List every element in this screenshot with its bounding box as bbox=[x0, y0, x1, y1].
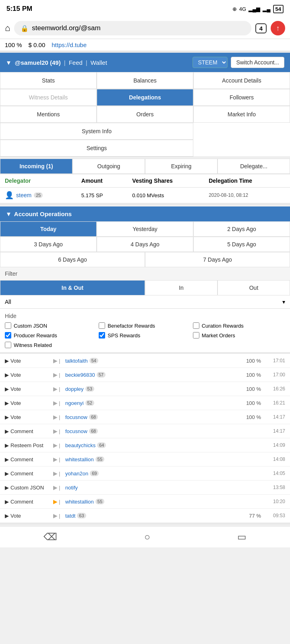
status-bar: 5:15 PM ⊕ 4G ▂▄▆ ▂▄ 54 bbox=[0, 0, 290, 18]
op-row[interactable]: ▶ Vote ▶ | tatdt63 77 % 09:53 bbox=[0, 509, 290, 523]
rep-badge: 69 bbox=[90, 471, 99, 476]
nav-orders[interactable]: Orders bbox=[97, 106, 193, 123]
checkbox-witness-input[interactable] bbox=[5, 342, 11, 348]
tab-outgoing[interactable]: Outgoing bbox=[72, 159, 145, 174]
checkbox-benefactor[interactable]: Benefactor Rewards bbox=[99, 322, 191, 329]
dtube-link[interactable]: https://d.tube bbox=[52, 41, 87, 48]
upload-button[interactable]: ↑ bbox=[271, 21, 285, 35]
expand-arrow[interactable]: ▶ bbox=[5, 428, 9, 434]
feed-link[interactable]: Feed bbox=[69, 59, 83, 66]
home-icon[interactable]: ⌂ bbox=[5, 23, 10, 33]
filter-dropdown-row[interactable]: All ▾ bbox=[0, 295, 290, 309]
nav-balances[interactable]: Balances bbox=[97, 72, 193, 89]
back-button[interactable]: ⌫ bbox=[44, 531, 57, 543]
tab-incoming[interactable]: Incoming (1) bbox=[0, 159, 72, 174]
delegator-user[interactable]: 👤 steem 25 bbox=[5, 191, 81, 200]
nav-followers[interactable]: Followers bbox=[193, 89, 290, 106]
switch-account-button[interactable]: Switch Account... bbox=[231, 57, 284, 68]
delegator-name[interactable]: steem bbox=[16, 192, 31, 198]
expand-arrow[interactable]: ▶ bbox=[5, 442, 9, 448]
op-row[interactable]: ▶ Vote ▶ | ngoenyi52 100 % 16:21 bbox=[0, 396, 290, 410]
checkbox-custom-json[interactable]: Custom JSON bbox=[5, 322, 97, 329]
checkbox-custom-json-input[interactable] bbox=[5, 322, 11, 329]
op-user[interactable]: ngoenyi52 bbox=[65, 400, 229, 406]
expand-arrow[interactable]: ▶ bbox=[5, 513, 9, 519]
tab-7days[interactable]: 7 Days Ago bbox=[145, 252, 290, 267]
nav-account-details[interactable]: Account Details bbox=[193, 72, 290, 89]
op-row[interactable]: ▶ Vote ▶ | talktofaith54 100 % 17:01 bbox=[0, 354, 290, 368]
nav-mentions[interactable]: Mentions bbox=[0, 106, 97, 123]
account-name[interactable]: @samuel20 (49) bbox=[15, 59, 61, 66]
op-user[interactable]: yohan2on69 bbox=[65, 471, 229, 477]
tab-2days[interactable]: 2 Days Ago bbox=[193, 221, 290, 237]
op-user[interactable]: whitestallion55 bbox=[65, 499, 229, 505]
op-user[interactable]: focusnow68 bbox=[65, 428, 229, 434]
expand-arrow[interactable]: ▶ bbox=[5, 485, 9, 491]
pipe-separator: ▶ | bbox=[53, 498, 65, 505]
op-row[interactable]: ▶ Comment ▶ | whitestallion55 14:08 bbox=[0, 452, 290, 466]
op-row[interactable]: ▶ Comment ▶ | whitestallion55 10:20 bbox=[0, 495, 290, 509]
expand-arrow[interactable]: ▶ bbox=[5, 456, 9, 462]
tab-count[interactable]: 4 bbox=[255, 23, 267, 33]
op-type: ▶ Comment bbox=[5, 428, 53, 434]
nav-stats[interactable]: Stats bbox=[0, 72, 97, 89]
expand-arrow[interactable]: ▶ bbox=[5, 358, 9, 364]
op-row[interactable]: ▶ Custom JSON ▶ | notify 13:58 bbox=[0, 481, 290, 495]
expand-arrow[interactable]: ▶ bbox=[5, 386, 9, 392]
op-row[interactable]: ▶ Resteem Post ▶ | beautychicks64 14:09 bbox=[0, 438, 290, 452]
op-user[interactable]: beautychicks64 bbox=[65, 442, 229, 448]
checkbox-witness-label: Witness Related bbox=[14, 342, 52, 348]
battery-indicator: 54 bbox=[273, 5, 284, 13]
checkbox-sps[interactable]: SPS Rewards bbox=[99, 332, 191, 339]
tab-6days[interactable]: 6 Days Ago bbox=[0, 252, 145, 267]
op-user[interactable]: tatdt63 bbox=[65, 513, 229, 519]
op-user[interactable]: whitestallion55 bbox=[65, 456, 229, 462]
nav-market-info[interactable]: Market Info bbox=[193, 106, 290, 123]
op-user[interactable]: beckie9683057 bbox=[65, 372, 229, 378]
op-row[interactable]: ▶ Vote ▶ | doppley53 100 % 16:26 bbox=[0, 382, 290, 396]
checkbox-sps-input[interactable] bbox=[99, 332, 105, 339]
op-row[interactable]: ▶ Comment ▶ | yohan2on69 14:05 bbox=[0, 466, 290, 481]
checkbox-curation-input[interactable] bbox=[193, 322, 199, 329]
tab-4days[interactable]: 4 Days Ago bbox=[97, 237, 193, 252]
tab-3days[interactable]: 3 Days Ago bbox=[0, 237, 97, 252]
steem-select[interactable]: STEEM bbox=[193, 57, 228, 68]
checkbox-market[interactable]: Market Orders bbox=[193, 332, 285, 339]
recent-button[interactable]: ▭ bbox=[237, 531, 246, 543]
op-row[interactable]: ▶ Comment ▶ | focusnow68 14:17 bbox=[0, 424, 290, 438]
filter-inout[interactable]: In & Out bbox=[0, 280, 145, 295]
expand-arrow[interactable]: ▶ bbox=[5, 400, 9, 406]
op-user[interactable]: talktofaith54 bbox=[65, 358, 229, 364]
tab-yesterday[interactable]: Yesterday bbox=[97, 221, 193, 237]
checkbox-producer[interactable]: Producer Rewards bbox=[5, 332, 97, 339]
checkbox-market-input[interactable] bbox=[193, 332, 199, 339]
op-row[interactable]: ▶ Vote ▶ | focusnow68 100 % 14:17 bbox=[0, 410, 290, 424]
tab-expiring[interactable]: Expiring bbox=[145, 159, 218, 174]
op-row[interactable]: ▶ Vote ▶ | beckie9683057 100 % 17:00 bbox=[0, 368, 290, 382]
op-user[interactable]: notify bbox=[65, 485, 229, 491]
tab-delegate[interactable]: Delegate... bbox=[218, 159, 290, 174]
checkbox-benefactor-input[interactable] bbox=[99, 322, 105, 329]
checkbox-witness[interactable]: Witness Related bbox=[5, 342, 285, 348]
expand-arrow[interactable]: ▶ bbox=[5, 372, 9, 378]
op-user[interactable]: focusnow68 bbox=[65, 414, 229, 420]
expand-arrow[interactable]: ▶ bbox=[5, 414, 9, 420]
pipe-separator: ▶ | bbox=[53, 470, 65, 477]
expand-arrow[interactable]: ▶ bbox=[5, 499, 9, 505]
checkbox-curation[interactable]: Curation Rewards bbox=[193, 322, 285, 329]
op-user[interactable]: doppley53 bbox=[65, 386, 229, 392]
nav-system-info[interactable]: System Info bbox=[0, 123, 193, 140]
checkbox-producer-input[interactable] bbox=[5, 332, 11, 339]
tab-5days[interactable]: 5 Days Ago bbox=[193, 237, 290, 252]
home-button[interactable]: ○ bbox=[144, 531, 150, 543]
filter-out[interactable]: Out bbox=[218, 280, 290, 295]
tab-today[interactable]: Today bbox=[0, 221, 97, 237]
url-bar[interactable]: 🔒 steemworld.org/@sam bbox=[14, 21, 251, 35]
expand-arrow[interactable]: ▶ bbox=[5, 471, 9, 477]
op-type: ▶ Comment bbox=[5, 456, 53, 462]
wallet-link[interactable]: Wallet bbox=[91, 59, 107, 66]
nav-witness-details[interactable]: Witness Details bbox=[0, 89, 97, 106]
filter-in[interactable]: In bbox=[145, 280, 218, 295]
nav-settings[interactable]: Settings bbox=[0, 140, 193, 157]
nav-delegations[interactable]: Delegations bbox=[97, 89, 193, 106]
